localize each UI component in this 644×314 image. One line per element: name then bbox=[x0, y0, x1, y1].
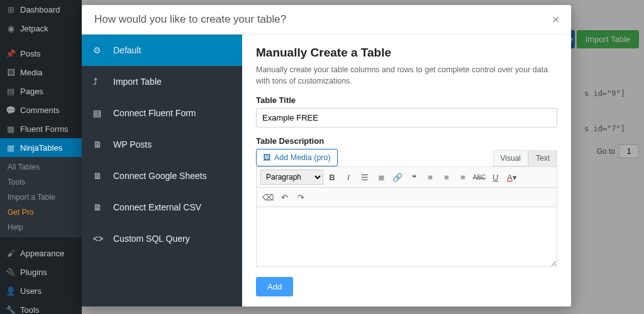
link-icon[interactable]: 🔗 bbox=[390, 170, 405, 185]
submenu-get-pro[interactable]: Get Pro bbox=[0, 205, 82, 220]
media-icon: 🖾 bbox=[5, 67, 16, 78]
menu-ninjatables[interactable]: ▦NinjaTables bbox=[0, 138, 82, 157]
align-right-icon[interactable]: ≡ bbox=[455, 170, 470, 185]
menu-fluent-forms[interactable]: ▦Fluent Forms bbox=[0, 119, 82, 138]
menu-jetpack[interactable]: ◉Jetpack bbox=[0, 19, 82, 38]
modal-sidebar: ⚙Default ⤴Import Table ▤Connect Fluent F… bbox=[82, 35, 242, 306]
upload-icon: ⤴ bbox=[93, 77, 106, 87]
ninjatables-submenu: All Tables Tools Import a Table Get Pro … bbox=[0, 157, 82, 237]
option-wp-posts[interactable]: 🗎WP Posts bbox=[82, 129, 242, 160]
tab-visual[interactable]: Visual bbox=[493, 150, 528, 166]
user-icon: 👤 bbox=[5, 285, 16, 296]
menu-posts[interactable]: 📌Posts bbox=[0, 44, 82, 63]
menu-appearance[interactable]: 🖌Appearance bbox=[0, 244, 82, 263]
jetpack-icon: ◉ bbox=[5, 23, 16, 34]
table-icon: ▦ bbox=[5, 142, 16, 153]
editor-toolbar-row2: ⌫ ↶ ↷ bbox=[256, 188, 557, 207]
underline-icon[interactable]: U bbox=[488, 170, 503, 185]
sheet-icon: 🗎 bbox=[93, 171, 106, 181]
create-table-modal: How would you like to create your table?… bbox=[82, 5, 571, 306]
option-google-sheets[interactable]: 🗎Connect Google Sheets bbox=[82, 160, 242, 192]
modal-header: How would you like to create your table?… bbox=[82, 5, 571, 35]
format-select[interactable]: Paragraph bbox=[260, 170, 323, 185]
align-left-icon[interactable]: ≡ bbox=[423, 170, 438, 185]
menu-dashboard[interactable]: ⊞Dashboard bbox=[0, 0, 82, 19]
menu-users[interactable]: 👤Users bbox=[0, 281, 82, 300]
editor-toolbar: Paragraph B I ☰ ≣ 🔗 ❝ ≡ ≡ ≡ ABC U A ▾ bbox=[256, 166, 557, 188]
gear-icon: ⚙ bbox=[93, 45, 106, 55]
option-external-csv[interactable]: 🗎Connect External CSV bbox=[82, 192, 242, 223]
comment-icon: 💬 bbox=[5, 104, 16, 116]
form-icon: ▤ bbox=[93, 108, 106, 118]
panel-heading: Manually Create a Table bbox=[256, 46, 557, 60]
pin-icon: 📌 bbox=[5, 48, 16, 59]
menu-media[interactable]: 🖾Media bbox=[0, 63, 82, 82]
code-icon: <> bbox=[93, 234, 106, 244]
numbered-list-icon[interactable]: ≣ bbox=[374, 170, 389, 185]
blockquote-icon[interactable]: ❝ bbox=[406, 170, 421, 185]
submenu-import[interactable]: Import a Table bbox=[0, 190, 82, 205]
strikethrough-icon[interactable]: ABC bbox=[472, 170, 487, 185]
form-icon: ▦ bbox=[5, 123, 16, 134]
close-icon[interactable]: ✕ bbox=[552, 14, 560, 26]
dashboard-icon: ⊞ bbox=[5, 4, 16, 15]
menu-tools[interactable]: 🔧Tools bbox=[0, 300, 82, 314]
plug-icon: 🔌 bbox=[5, 266, 16, 278]
add-button[interactable]: Add bbox=[256, 277, 293, 296]
option-default[interactable]: ⚙Default bbox=[82, 35, 242, 66]
menu-pages[interactable]: ▤Pages bbox=[0, 82, 82, 100]
modal-title: How would you like to create your table? bbox=[94, 13, 286, 25]
undo-icon[interactable]: ↶ bbox=[277, 190, 292, 205]
table-title-input[interactable] bbox=[256, 108, 557, 127]
modal-main-panel: Manually Create a Table Manually create … bbox=[242, 35, 571, 306]
align-center-icon[interactable]: ≡ bbox=[439, 170, 454, 185]
table-title-label: Table Title bbox=[256, 95, 557, 105]
doc-icon: 🗎 bbox=[93, 139, 106, 149]
option-fluent-form[interactable]: ▤Connect Fluent Form bbox=[82, 97, 242, 129]
wp-admin-sidebar: ⊞Dashboard ◉Jetpack 📌Posts 🖾Media ▤Pages… bbox=[0, 0, 82, 314]
panel-description: Manually create your table columns and r… bbox=[256, 65, 557, 87]
bold-icon[interactable]: B bbox=[325, 170, 340, 185]
text-color-icon[interactable]: A ▾ bbox=[504, 170, 519, 185]
file-icon: 🗎 bbox=[93, 202, 106, 212]
wrench-icon: 🔧 bbox=[5, 304, 16, 314]
submenu-tools[interactable]: Tools bbox=[0, 175, 82, 190]
option-import-table[interactable]: ⤴Import Table bbox=[82, 66, 242, 97]
italic-icon[interactable]: I bbox=[341, 170, 356, 185]
page-icon: ▤ bbox=[5, 85, 16, 97]
editor-content[interactable] bbox=[256, 207, 557, 267]
submenu-help[interactable]: Help bbox=[0, 220, 82, 235]
brush-icon: 🖌 bbox=[5, 247, 16, 259]
menu-plugins[interactable]: 🔌Plugins bbox=[0, 263, 82, 281]
option-custom-sql[interactable]: <>Custom SQL Query bbox=[82, 223, 242, 254]
bullet-list-icon[interactable]: ☰ bbox=[357, 170, 372, 185]
tab-text[interactable]: Text bbox=[528, 150, 557, 166]
clear-format-icon[interactable]: ⌫ bbox=[260, 190, 275, 205]
menu-comments[interactable]: 💬Comments bbox=[0, 100, 82, 119]
media-icon: 🖼 bbox=[263, 153, 271, 162]
redo-icon[interactable]: ↷ bbox=[293, 190, 308, 205]
submenu-all-tables[interactable]: All Tables bbox=[0, 160, 82, 175]
add-media-button[interactable]: 🖼Add Media (pro) bbox=[256, 149, 338, 166]
table-description-label: Table Description bbox=[256, 136, 557, 146]
